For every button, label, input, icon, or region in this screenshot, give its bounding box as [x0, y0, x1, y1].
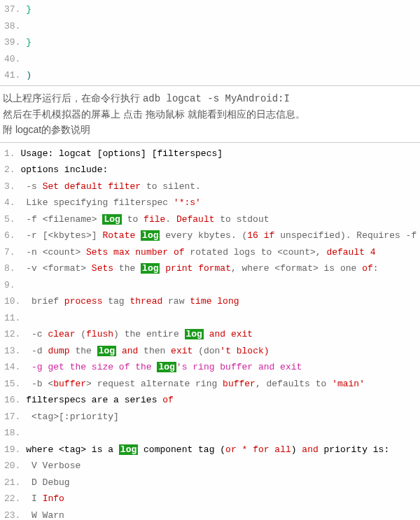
code-token: } — [26, 37, 31, 48]
code-token: number — [135, 247, 168, 258]
code-token: options include: — [20, 164, 108, 175]
code-token: log — [141, 263, 160, 274]
code-token: Usage: logcat [options] [filterspecs] — [20, 148, 223, 159]
code-token: time — [190, 296, 211, 307]
code-token: 4 — [370, 247, 376, 258]
code-token: -r [<kbytes>] — [20, 230, 102, 241]
code-token: V Verbose — [26, 461, 80, 471]
code-line: -r [<kbytes>] Rotate log every kbytes. (… — [0, 227, 420, 244]
code-token: the — [113, 263, 141, 274]
code-line: -c clear (flush) the entire log and exit — [0, 326, 420, 343]
code-line: where <tag> is a log component tag (or *… — [0, 442, 420, 458]
code-token: 'main' — [332, 379, 365, 389]
code-token: and — [122, 346, 138, 356]
code-token: D Debug — [26, 477, 69, 488]
code-token: Info — [43, 493, 64, 504]
code-line: } — [0, 34, 420, 51]
code-token: all — [274, 444, 290, 455]
code-line: -n <count> Sets max number of rotated lo… — [0, 244, 420, 261]
code-line — [0, 425, 420, 442]
code-token: priority is: — [318, 444, 389, 455]
code-token: file — [144, 214, 165, 225]
code-token: log — [119, 444, 138, 455]
code-line: V Verbose — [0, 458, 420, 475]
code-token — [365, 247, 370, 258]
code-token: <tag>[:priority] — [26, 412, 119, 422]
code-line: W Warn — [0, 507, 420, 520]
desc-line-1: 以上程序运行后，在命令行执行 adb logcat -s MyAndroid:I — [3, 90, 417, 106]
code-token: ' — [176, 362, 182, 372]
code-token: s ring buffer and exit — [182, 362, 302, 372]
code-token: (don — [192, 346, 220, 356]
code-token: process — [64, 296, 103, 307]
code-token: . — [165, 214, 176, 225]
code-token: -d — [26, 346, 48, 356]
help-block: Usage: logcat [options] [filterspecs]opt… — [0, 143, 420, 520]
desc-adb-cmd: adb logcat -s MyAndroid:I — [143, 93, 290, 104]
code-token: -c — [26, 329, 48, 339]
code-token: filter — [108, 181, 141, 192]
code-token — [116, 346, 122, 356]
code-token: brief — [26, 296, 64, 307]
code-token: buffer — [53, 379, 86, 389]
code-token: Default — [176, 214, 215, 225]
description-block: 以上程序运行后，在命令行执行 adb logcat -s MyAndroid:I… — [0, 86, 420, 143]
code-token: default — [64, 181, 103, 192]
desc-line-1a: 以上程序运行后，在命令行执行 — [3, 92, 143, 104]
code-token: -g get the size of the — [26, 362, 157, 372]
desc-line-2: 然后在手机模拟器的屏幕上 点击 拖动鼠标 就能看到相应的日志信息。 — [3, 106, 417, 122]
code-token: unspecified). Requires -f — [274, 230, 416, 241]
code-token: Rotate — [102, 230, 135, 241]
code-line: <tag>[:priority] — [0, 409, 420, 426]
code-token: ) — [26, 70, 31, 80]
code-token — [225, 329, 231, 339]
code-token: then — [138, 346, 171, 356]
code-line: -b <buffer> request alternate ring buffe… — [0, 376, 420, 393]
code-token: if — [264, 230, 275, 241]
code-token — [59, 181, 64, 192]
code-token — [247, 444, 253, 455]
code-token: or — [225, 444, 237, 455]
top-code-lines: } } ) — [0, 1, 420, 84]
code-token — [26, 21, 31, 31]
code-token — [258, 230, 264, 241]
code-token: rotated logs to <count>, — [185, 247, 327, 258]
code-token: format — [198, 263, 231, 274]
code-token: raw — [162, 296, 190, 307]
code-line: } — [0, 1, 420, 18]
code-token — [168, 247, 174, 258]
code-token: I — [26, 493, 42, 504]
help-code-lines: Usage: logcat [options] [filterspecs]opt… — [0, 146, 420, 520]
code-line: Usage: logcat [options] [filterspecs] — [0, 146, 420, 162]
code-token: -f <filename> — [20, 214, 102, 225]
code-line: -g get the size of the log's ring buffer… — [0, 359, 420, 376]
code-token: 16 — [247, 230, 258, 241]
code-token: of — [362, 263, 373, 274]
code-line — [0, 310, 420, 327]
code-token: Sets — [92, 263, 113, 274]
code-token: exit — [171, 346, 192, 356]
code-token: W Warn — [26, 510, 64, 520]
code-line: ) — [0, 67, 420, 84]
code-token: : — [373, 263, 379, 274]
code-token: to silent. — [141, 181, 201, 192]
code-token: to — [122, 214, 144, 225]
code-token: ( — [75, 329, 86, 339]
code-token: 't block) — [220, 346, 269, 356]
code-token: , defaults to — [255, 379, 332, 389]
code-token — [26, 54, 31, 64]
code-token: , where <format> is one — [231, 263, 362, 274]
code-line: I Info — [0, 491, 420, 507]
code-token: Set — [43, 181, 59, 192]
code-line: -d dump the log and then exit (don't blo… — [0, 343, 420, 360]
code-token: -b < — [26, 379, 53, 389]
code-token: max — [113, 247, 130, 258]
code-line: -f <filename> Log to file. Default to st… — [0, 211, 420, 228]
top-code-block: } } ) — [0, 0, 420, 86]
code-token: tag — [102, 296, 130, 307]
code-token: every kbytes. ( — [160, 230, 247, 241]
desc-line-3: 附 logcat的参数说明 — [3, 122, 417, 137]
code-token: ) — [291, 444, 302, 455]
code-token: print — [165, 263, 192, 274]
code-token: -s — [20, 181, 42, 192]
